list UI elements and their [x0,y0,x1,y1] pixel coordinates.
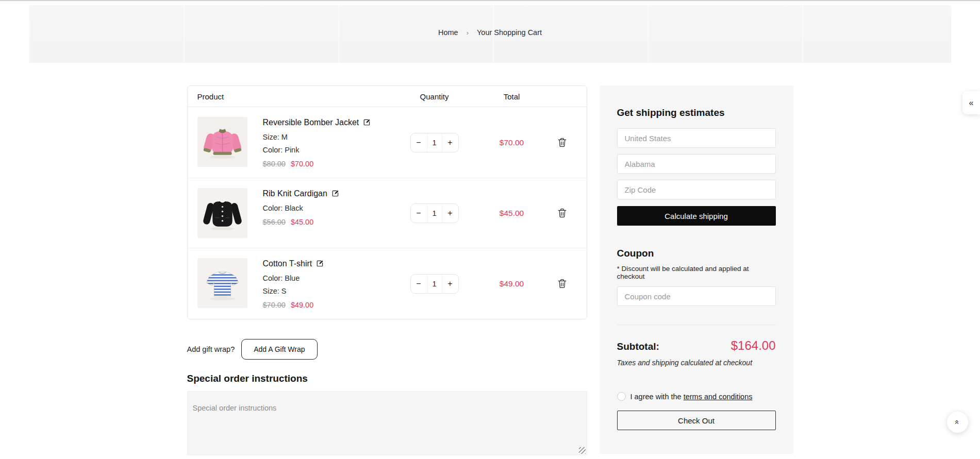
terms-and-conditions-link[interactable]: terms and conditions [684,393,753,401]
product-prices: $80.00 $70.00 [263,160,371,168]
terms-agree-checkbox[interactable] [617,392,626,401]
quantity-stepper: − 1 + [410,203,459,223]
product-info: Cotton T-shirt Color: BlueSize: S $70.00… [263,258,324,309]
quantity-stepper: − 1 + [410,133,459,152]
edit-item-icon[interactable] [363,118,371,126]
remove-item-button[interactable] [558,279,567,288]
quantity-stepper: − 1 + [410,274,459,294]
product-info: Reversible Bomber Jacket Size: MColor: P… [263,117,371,168]
remove-item-button[interactable] [558,138,567,147]
quantity-increase-button[interactable]: + [442,133,458,152]
coupon-heading: Coupon [617,248,776,259]
add-gift-wrap-button[interactable]: Add A Gift Wrap [241,339,317,360]
product-attributes: Color: Black [263,203,339,213]
line-total: $45.00 [500,209,524,218]
product-title: Rib Knit Cardigan [263,189,327,198]
subtotal-label: Subtotal: [617,341,659,352]
product-attribute: Color: Blue [263,273,324,283]
sidebar-divider [617,325,776,325]
quantity-value: 1 [427,133,442,152]
product-prices: $56.00 $45.00 [263,218,339,226]
product-title: Reversible Bomber Jacket [263,118,359,127]
product-sale-price: $45.00 [291,218,313,226]
remove-item-button[interactable] [558,208,567,218]
special-instructions-textarea[interactable] [187,391,587,455]
quantity-value: 1 [427,204,442,223]
shipping-state-input[interactable] [617,154,776,174]
quantity-cell: − 1 + [410,274,459,294]
panel-collapse-tab[interactable]: « [962,91,980,114]
special-instructions-heading: Special order instructions [187,373,587,384]
double-chevron-up-icon: « [953,420,962,424]
product-cell: Rib Knit Cardigan Color: Black $56.00 $4… [197,188,393,238]
product-attribute: Size: S [263,286,324,296]
column-header-quantity: Quantity [420,92,449,101]
breadcrumb-current: Your Shopping Cart [477,28,542,37]
scroll-to-top-button[interactable]: « [947,412,968,433]
edit-item-icon[interactable] [331,190,339,197]
product-attribute: Color: Black [263,203,339,213]
cart-main-column: Product Quantity Total Re [187,86,587,455]
quantity-increase-button[interactable]: + [442,275,458,293]
calculate-shipping-button[interactable]: Calculate shipping [617,206,776,226]
product-old-price: $70.00 [263,301,286,309]
quantity-cell: − 1 + [410,203,459,223]
column-header-total: Total [504,92,520,101]
product-attribute: Size: M [263,132,371,142]
cart-page-content: Product Quantity Total Re [187,86,793,455]
cart-rows: Reversible Bomber Jacket Size: MColor: P… [188,107,587,319]
line-total: $49.00 [500,279,524,288]
shipping-zip-input[interactable] [617,180,776,199]
product-prices: $70.00 $49.00 [263,301,324,309]
shipping-country-input[interactable] [617,128,776,148]
subtotal-row: Subtotal: $164.00 [617,338,776,353]
product-old-price: $56.00 [263,218,286,226]
special-instructions-wrap [187,391,587,455]
product-cell: Cotton T-shirt Color: BlueSize: S $70.00… [197,258,393,309]
product-info: Rib Knit Cardigan Color: Black $56.00 $4… [263,188,339,226]
blue-striped-tshirt-thumbnail[interactable] [197,258,247,308]
edit-item-icon[interactable] [316,260,324,267]
line-total: $70.00 [500,138,524,147]
cart-table-header: Product Quantity Total [188,86,587,107]
product-title: Cotton T-shirt [263,259,312,268]
checkout-button[interactable]: Check Out [617,411,776,430]
quantity-value: 1 [427,275,442,293]
product-old-price: $80.00 [263,160,286,168]
textarea-resize-handle[interactable] [579,447,586,454]
breadcrumb-separator-icon: › [467,29,469,37]
cart-row: Cotton T-shirt Color: BlueSize: S $70.00… [188,248,587,319]
quantity-decrease-button[interactable]: − [411,275,427,293]
black-cardigan-thumbnail[interactable] [197,188,247,238]
gift-wrap-label: Add gift wrap? [187,345,235,353]
taxes-note: Taxes and shipping calculated at checkou… [617,359,776,367]
breadcrumb-home-link[interactable]: Home [438,28,458,37]
quantity-decrease-button[interactable]: − [411,204,427,223]
product-attributes: Size: MColor: Pink [263,132,371,155]
quantity-cell: − 1 + [410,133,459,152]
quantity-decrease-button[interactable]: − [411,133,427,152]
cart-row: Rib Knit Cardigan Color: Black $56.00 $4… [188,178,587,248]
quantity-increase-button[interactable]: + [442,204,458,223]
product-attributes: Color: BlueSize: S [263,273,324,296]
product-sale-price: $49.00 [291,301,313,309]
terms-agree-text: I agree with the terms and conditions [630,393,753,401]
coupon-note: * Discount will be calculated and applie… [617,265,776,280]
product-cell: Reversible Bomber Jacket Size: MColor: P… [197,117,393,168]
gift-wrap-section: Add gift wrap? Add A Gift Wrap [187,339,587,360]
product-attribute: Color: Pink [263,145,371,155]
subtotal-value: $164.00 [731,338,776,353]
cart-row: Reversible Bomber Jacket Size: MColor: P… [188,107,587,178]
terms-agree-row: I agree with the terms and conditions [617,392,776,401]
double-chevron-left-icon: « [969,98,974,108]
breadcrumb: Home › Your Shopping Cart [29,28,951,37]
coupon-code-input[interactable] [617,286,776,306]
cart-table: Product Quantity Total Re [187,86,587,319]
page-banner: Home › Your Shopping Cart [29,5,951,63]
pink-bomber-jacket-thumbnail[interactable] [197,117,247,167]
cart-summary-sidebar: Get shipping estimates Calculate shippin… [600,86,793,454]
product-sale-price: $70.00 [291,160,313,168]
column-header-product: Product [197,92,393,101]
shipping-estimates-heading: Get shipping estimates [617,107,776,118]
